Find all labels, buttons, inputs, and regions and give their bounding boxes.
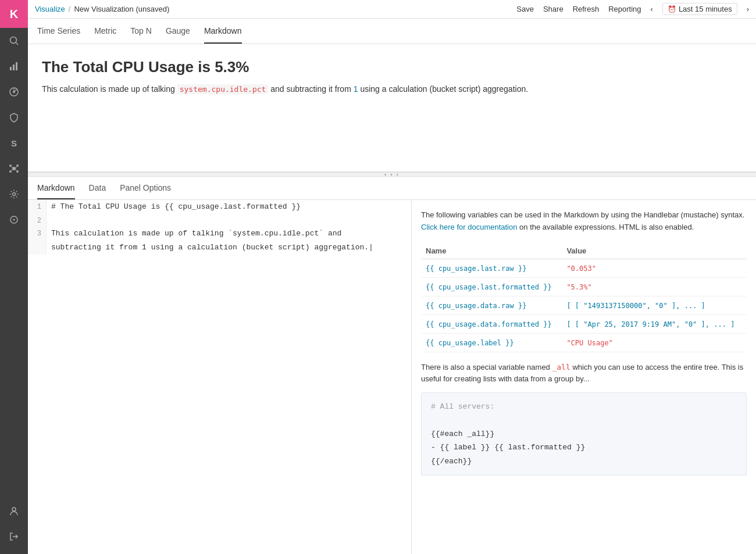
- code-line-1: 1 # The Total CPU Usage is {{ cpu_usage.…: [28, 200, 411, 214]
- breadcrumb-separator: /: [69, 5, 71, 13]
- num-link[interactable]: 1: [354, 84, 358, 94]
- svg-rect-2: [10, 67, 12, 70]
- table-row: {{ cpu_usage.last.formatted }} "5.3%": [421, 277, 747, 296]
- reporting-button[interactable]: Reporting: [608, 5, 641, 13]
- svg-point-18: [13, 193, 16, 196]
- svg-point-12: [9, 170, 12, 173]
- save-button[interactable]: Save: [516, 5, 534, 13]
- preview-description: This calculation is made up of talking s…: [42, 83, 742, 95]
- editor-tab-panel-options[interactable]: Panel Options: [120, 177, 171, 199]
- var-value-3: [ [ "1493137150000", "0" ], ... ]: [566, 302, 705, 310]
- var-value-5: "CPU Usage": [566, 339, 612, 347]
- svg-rect-3: [13, 65, 15, 70]
- refresh-button[interactable]: Refresh: [573, 5, 600, 13]
- svg-point-0: [10, 37, 17, 44]
- desc-middle: and subtracting it from: [268, 84, 353, 94]
- sidebar-icon-visualize[interactable]: [0, 53, 28, 79]
- sidebar-icon-graph[interactable]: [0, 156, 28, 181]
- sidebar-icon-settings[interactable]: [0, 181, 28, 207]
- sidebar-icon-discover[interactable]: [0, 28, 28, 53]
- svg-point-20: [13, 219, 15, 221]
- help-intro: The following variables can be used in t…: [421, 209, 747, 234]
- sidebar-icon-monitoring[interactable]: [0, 207, 28, 233]
- sidebar-bottom: [0, 498, 28, 554]
- var-value-1: "0.053": [566, 265, 596, 273]
- line-content-4: subtracting it from 1 using a calculatio…: [47, 241, 378, 255]
- special-var: _all: [552, 363, 570, 371]
- var-value-2: "5.3%": [566, 283, 591, 291]
- line-content-1: # The Total CPU Usage is {{ cpu_usage.la…: [47, 200, 305, 214]
- editor-area: Markdown Data Panel Options 1 # The Tota…: [28, 177, 756, 554]
- time-range-picker[interactable]: ⏰ Last 15 minutes: [662, 3, 737, 15]
- desc-before: This calculation is made up of talking: [42, 84, 177, 94]
- breadcrumb-link[interactable]: Visualize: [35, 5, 65, 13]
- var-name-1: {{ cpu_usage.last.raw }}: [426, 265, 526, 273]
- table-row: {{ cpu_usage.last.raw }} "0.053": [421, 259, 747, 277]
- svg-point-21: [12, 507, 16, 511]
- clock-icon: ⏰: [668, 5, 676, 13]
- editor-tab-markdown[interactable]: Markdown: [37, 177, 75, 199]
- tab-top-n[interactable]: Top N: [130, 19, 152, 44]
- help-intro-after: on the available expressions. HTML is al…: [517, 223, 694, 231]
- code-editor[interactable]: 1 # The Total CPU Usage is {{ cpu_usage.…: [28, 200, 412, 554]
- sidebar-icon-devtools[interactable]: S: [0, 130, 28, 156]
- line-number-3: 3: [28, 227, 47, 241]
- nav-next-button[interactable]: ›: [747, 5, 749, 13]
- svg-line-14: [12, 167, 12, 168]
- preview-title: The Total CPU Usage is 5.3%: [42, 58, 742, 76]
- breadcrumb-current: New Visualization (unsaved): [74, 5, 169, 13]
- app-logo[interactable]: K: [0, 0, 28, 28]
- code-each-end: {{/each}}: [431, 457, 472, 466]
- main-content: Visualize / New Visualization (unsaved) …: [28, 0, 756, 554]
- code-line-2: 2: [28, 214, 411, 227]
- var-name-2: {{ cpu_usage.last.formatted }}: [426, 283, 552, 291]
- editor-content: 1 # The Total CPU Usage is {{ cpu_usage.…: [28, 200, 756, 554]
- time-range-label: Last 15 minutes: [679, 5, 732, 13]
- svg-point-6: [13, 91, 15, 93]
- svg-point-10: [9, 165, 12, 167]
- desc-after: using a calculation (bucket script) aggr…: [358, 84, 529, 94]
- sidebar-icon-security[interactable]: [0, 105, 28, 130]
- editor-tab-data[interactable]: Data: [89, 177, 106, 199]
- special-text-before: There is also a special variable named: [421, 363, 552, 371]
- var-name-4: {{ cpu_usage.data.formatted }}: [426, 320, 552, 328]
- editor-tabs: Markdown Data Panel Options: [28, 177, 756, 200]
- svg-line-15: [16, 167, 16, 168]
- sidebar-icon-logout[interactable]: [0, 524, 28, 549]
- top-navigation: Visualize / New Visualization (unsaved) …: [28, 0, 756, 19]
- breadcrumb: Visualize / New Visualization (unsaved): [35, 5, 516, 13]
- help-intro-text: The following variables can be used in t…: [421, 210, 744, 219]
- tab-time-series[interactable]: Time Series: [37, 19, 80, 44]
- tab-markdown[interactable]: Markdown: [204, 19, 242, 44]
- sidebar-icon-dashboard[interactable]: [0, 79, 28, 105]
- tab-gauge[interactable]: Gauge: [166, 19, 190, 44]
- var-name-5: {{ cpu_usage.label }}: [426, 339, 514, 347]
- code-block: # All servers: {{#each _all}} - {{ label…: [421, 392, 747, 476]
- col-header-name: Name: [421, 243, 562, 259]
- table-header-row: Name Value: [421, 243, 747, 259]
- tab-metric[interactable]: Metric: [94, 19, 116, 44]
- preview-area: The Total CPU Usage is 5.3% This calcula…: [28, 44, 756, 172]
- sidebar-icon-user[interactable]: [0, 498, 28, 524]
- resize-handle[interactable]: • • •: [28, 172, 756, 177]
- svg-line-17: [16, 169, 16, 170]
- help-panel: The following variables can be used in t…: [412, 200, 756, 554]
- code-item: - {{ label }} {{ last.formatted }}: [431, 443, 585, 452]
- nav-prev-button[interactable]: ‹: [651, 5, 653, 13]
- col-header-value: Value: [562, 243, 747, 259]
- line-content-3: This calculation is made up of talking `…: [47, 227, 346, 241]
- svg-rect-4: [16, 62, 17, 70]
- code-comment: # All servers:: [431, 402, 494, 411]
- share-button[interactable]: Share: [543, 5, 564, 13]
- table-row: {{ cpu_usage.label }} "CPU Usage": [421, 333, 747, 352]
- code-line-4: subtracting it from 1 using a calculatio…: [28, 241, 411, 255]
- svg-point-11: [16, 165, 19, 167]
- code-each: {{#each _all}}: [431, 430, 494, 438]
- help-special-text: There is also a special variable named _…: [421, 362, 747, 386]
- var-name-3: {{ cpu_usage.data.raw }}: [426, 302, 526, 310]
- svg-line-8: [15, 90, 17, 91]
- table-row: {{ cpu_usage.data.formatted }} [ [ "Apr …: [421, 314, 747, 333]
- help-doc-link[interactable]: Click here for documentation: [421, 223, 517, 231]
- svg-line-1: [16, 42, 18, 45]
- line-number-1: 1: [28, 200, 47, 214]
